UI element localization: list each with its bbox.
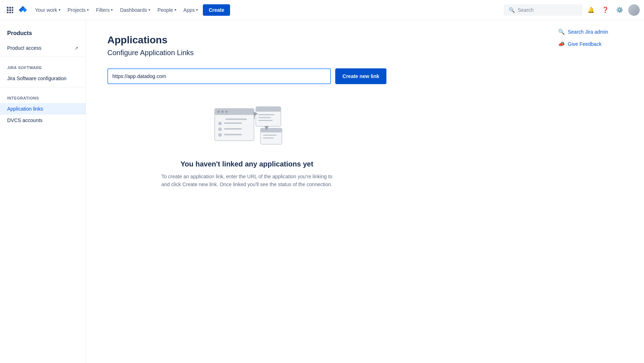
svg-rect-18 [224,128,242,130]
sidebar: Products Product access ↗ JIRA SOFTWARE … [0,20,86,363]
svg-rect-23 [258,114,274,115]
empty-description: To create an application link, enter the… [161,173,333,189]
help-icon[interactable]: ❓ [600,4,611,16]
sidebar-item-dvcs-accounts[interactable]: DVCS accounts [0,115,86,126]
page-title: Applications [107,34,386,46]
svg-rect-22 [256,107,281,112]
chevron-down-icon: ▾ [111,8,113,12]
chevron-down-icon: ▾ [148,8,150,12]
svg-rect-6 [7,12,9,13]
search-box[interactable]: 🔍 [504,4,582,16]
give-feedback-link[interactable]: 📣 Give Feedback [558,41,637,47]
topnav-right: 🔍 🔔 ❓ ⚙️ [504,4,640,16]
sidebar-item-application-links[interactable]: Application links [0,103,86,115]
external-link-icon: ↗ [74,45,78,51]
svg-point-17 [218,127,222,131]
svg-rect-24 [258,117,271,118]
jira-logo[interactable] [17,4,29,16]
nav-projects[interactable]: Projects ▾ [64,0,93,20]
svg-rect-10 [215,108,254,115]
svg-point-19 [218,133,222,137]
grid-icon[interactable] [4,4,16,16]
sidebar-item-jira-software-config[interactable]: Jira Software configuration [0,73,86,84]
search-icon: 🔍 [558,29,565,35]
svg-rect-2 [12,7,13,9]
nav-apps[interactable]: Apps ▾ [180,0,202,20]
sidebar-divider-2 [0,87,86,87]
chevron-down-icon: ▾ [196,8,198,12]
nav-dashboards[interactable]: Dashboards ▾ [116,0,154,20]
url-input[interactable] [107,68,331,84]
svg-rect-20 [224,134,242,135]
svg-point-15 [218,122,222,125]
svg-rect-7 [9,12,11,13]
nav-people[interactable]: People ▾ [154,0,180,20]
svg-point-13 [225,111,228,113]
sidebar-item-product-access[interactable]: Product access ↗ [0,42,86,54]
svg-rect-29 [263,137,274,139]
topnav: Your work ▾ Projects ▾ Filters ▾ Dashboa… [0,0,644,20]
right-panel: 🔍 Search Jira admin 📣 Give Feedback [551,20,644,56]
avatar[interactable] [628,4,640,16]
svg-rect-0 [7,7,9,9]
svg-rect-5 [12,9,13,11]
svg-rect-4 [9,9,11,11]
svg-rect-27 [260,128,282,132]
chevron-down-icon: ▾ [175,8,176,12]
sidebar-title: Products [0,29,86,42]
page-layout: Products Product access ↗ JIRA SOFTWARE … [0,20,644,363]
sidebar-section-jira-software: JIRA SOFTWARE [0,60,86,73]
svg-point-12 [221,111,224,113]
url-input-row: Create new link [107,68,386,84]
search-jira-admin-link[interactable]: 🔍 Search Jira admin [558,29,637,35]
empty-illustration [208,101,286,151]
search-input[interactable] [518,7,577,13]
notifications-icon[interactable]: 🔔 [585,4,597,16]
svg-rect-3 [7,9,9,11]
svg-rect-14 [225,118,247,120]
svg-rect-25 [258,120,273,121]
svg-point-11 [218,111,220,113]
chevron-down-icon: ▾ [87,8,89,12]
main-content: Applications Configure Application Links… [86,20,408,363]
search-icon: 🔍 [509,7,515,13]
chevron-down-icon: ▾ [59,8,60,12]
page-subtitle: Configure Application Links [107,49,386,57]
svg-rect-1 [9,7,11,9]
svg-rect-16 [224,122,242,124]
create-new-link-button[interactable]: Create new link [335,68,386,84]
svg-rect-8 [12,12,13,13]
empty-title: You haven't linked any applications yet [180,160,313,168]
nav-filters[interactable]: Filters ▾ [92,0,116,20]
nav-your-work[interactable]: Your work ▾ [31,0,64,20]
sidebar-divider [0,57,86,57]
feedback-icon: 📣 [558,41,565,47]
settings-icon[interactable]: ⚙️ [614,4,625,16]
sidebar-section-integrations: INTEGRATIONS [0,90,86,103]
main-nav: Your work ▾ Projects ▾ Filters ▾ Dashboa… [31,0,502,20]
empty-state: You haven't linked any applications yet … [107,101,386,189]
svg-rect-28 [263,135,277,136]
create-button[interactable]: Create [203,4,230,16]
